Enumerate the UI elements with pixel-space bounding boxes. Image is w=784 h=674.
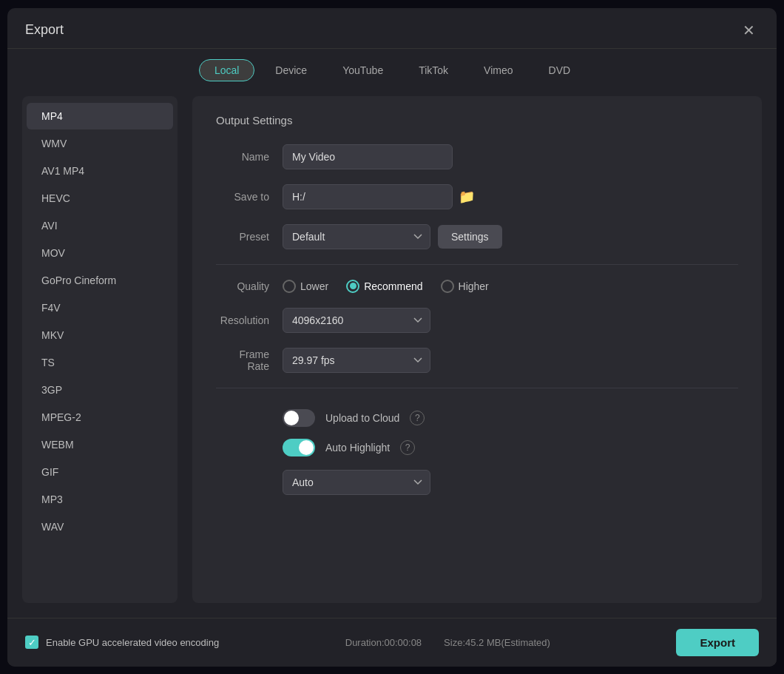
resolution-label: Resolution <box>216 314 283 326</box>
dialog-header: Export ✕ <box>7 8 777 49</box>
auto-highlight-help-icon[interactable]: ? <box>400 440 415 455</box>
dialog-overlay: Export ✕ Local Device YouTube TikTok Vim… <box>0 0 784 674</box>
folder-icon[interactable]: 📁 <box>459 189 475 205</box>
preset-select[interactable]: Default <box>283 224 430 249</box>
format-list: MP4 WMV AV1 MP4 HEVC AVI MOV GoPro Cinef… <box>22 96 178 603</box>
upload-cloud-toggle[interactable] <box>283 409 315 427</box>
auto-highlight-label: Auto Highlight <box>325 442 390 454</box>
settings-button[interactable]: Settings <box>438 225 502 249</box>
quality-options: Lower Recommend Higher <box>283 280 489 293</box>
auto-highlight-toggle[interactable] <box>283 439 315 456</box>
tab-dvd[interactable]: DVD <box>534 60 586 81</box>
gpu-label: Enable GPU accelerated video encoding <box>46 637 219 648</box>
gpu-check-row[interactable]: ✓ Enable GPU accelerated video encoding <box>25 636 219 649</box>
duration-info: Duration:00:00:08 <box>345 637 422 648</box>
name-label: Name <box>216 151 283 163</box>
footer-info: Duration:00:00:08 Size:45.2 MB(Estimated… <box>345 637 550 648</box>
export-button[interactable]: Export <box>676 629 759 656</box>
auto-highlight-thumb <box>299 440 314 455</box>
save-to-controls: 📁 <box>283 184 475 209</box>
quality-higher-label: Higher <box>459 280 489 292</box>
dialog-title: Export <box>25 22 64 38</box>
upload-cloud-help-icon[interactable]: ? <box>410 411 425 425</box>
format-mp3[interactable]: MP3 <box>27 486 173 513</box>
tab-bar: Local Device YouTube TikTok Vimeo DVD <box>7 49 777 89</box>
auto-highlight-dropdown-row: Auto <box>283 470 738 495</box>
radio-recommend-dot <box>350 283 356 289</box>
radio-higher-circle <box>441 280 454 293</box>
dialog-body: MP4 WMV AV1 MP4 HEVC AVI MOV GoPro Cinef… <box>7 89 777 618</box>
preset-row: Preset Default Settings <box>216 224 738 249</box>
format-mp4[interactable]: MP4 <box>27 103 173 129</box>
tab-device[interactable]: Device <box>260 60 322 81</box>
footer: ✓ Enable GPU accelerated video encoding … <box>7 618 777 667</box>
quality-higher[interactable]: Higher <box>441 280 489 293</box>
upload-cloud-label: Upload to Cloud <box>325 412 399 424</box>
size-info: Size:45.2 MB(Estimated) <box>444 637 550 648</box>
format-wav[interactable]: WAV <box>27 513 173 540</box>
format-f4v[interactable]: F4V <box>27 294 173 321</box>
name-input[interactable] <box>283 144 453 169</box>
tab-vimeo[interactable]: Vimeo <box>469 60 527 81</box>
quality-label: Quality <box>216 280 283 292</box>
save-to-row: Save to 📁 <box>216 184 738 209</box>
output-settings-title: Output Settings <box>216 114 738 127</box>
radio-recommend-circle <box>346 280 359 293</box>
quality-recommend[interactable]: Recommend <box>346 280 422 293</box>
tab-local[interactable]: Local <box>199 59 254 81</box>
frame-rate-label: Frame Rate <box>216 348 283 372</box>
output-panel: Output Settings Name Save to 📁 Prese <box>192 96 762 603</box>
quality-lower-label: Lower <box>300 280 328 292</box>
frame-rate-row: Frame Rate 29.97 fps <box>216 348 738 373</box>
save-to-input[interactable] <box>283 184 453 209</box>
format-3gp[interactable]: 3GP <box>27 377 173 403</box>
export-dialog: Export ✕ Local Device YouTube TikTok Vim… <box>7 8 777 667</box>
resolution-row: Resolution 4096x2160 <box>216 308 738 333</box>
quality-lower[interactable]: Lower <box>283 280 328 293</box>
gpu-checkbox[interactable]: ✓ <box>25 636 38 649</box>
format-wmv[interactable]: WMV <box>27 130 173 157</box>
close-button[interactable]: ✕ <box>738 20 759 41</box>
divider <box>216 264 738 265</box>
auto-highlight-row: Auto Highlight ? <box>283 433 738 462</box>
format-gif[interactable]: GIF <box>27 459 173 485</box>
tab-youtube[interactable]: YouTube <box>328 60 398 81</box>
format-webm[interactable]: WEBM <box>27 431 173 458</box>
format-avi[interactable]: AVI <box>27 212 173 239</box>
upload-cloud-row: Upload to Cloud ? <box>283 403 738 433</box>
frame-rate-select[interactable]: 29.97 fps <box>283 348 430 373</box>
name-row: Name <box>216 144 738 169</box>
format-mpeg2[interactable]: MPEG-2 <box>27 404 173 431</box>
resolution-select[interactable]: 4096x2160 <box>283 308 430 333</box>
format-ts[interactable]: TS <box>27 349 173 376</box>
format-mkv[interactable]: MKV <box>27 322 173 348</box>
save-to-label: Save to <box>216 191 283 203</box>
format-goprocineform[interactable]: GoPro Cineform <box>27 267 173 294</box>
auto-highlight-select[interactable]: Auto <box>283 470 430 495</box>
tab-tiktok[interactable]: TikTok <box>404 60 463 81</box>
format-mov[interactable]: MOV <box>27 240 173 266</box>
radio-lower-circle <box>283 280 296 293</box>
format-hevc[interactable]: HEVC <box>27 185 173 212</box>
preset-label: Preset <box>216 231 283 243</box>
format-av1mp4[interactable]: AV1 MP4 <box>27 158 173 184</box>
preset-controls: Default Settings <box>283 224 502 249</box>
check-icon: ✓ <box>28 637 36 648</box>
quality-recommend-label: Recommend <box>364 280 422 292</box>
quality-row: Quality Lower Recommend <box>216 280 738 293</box>
divider2 <box>216 388 738 388</box>
upload-cloud-thumb <box>284 411 299 425</box>
